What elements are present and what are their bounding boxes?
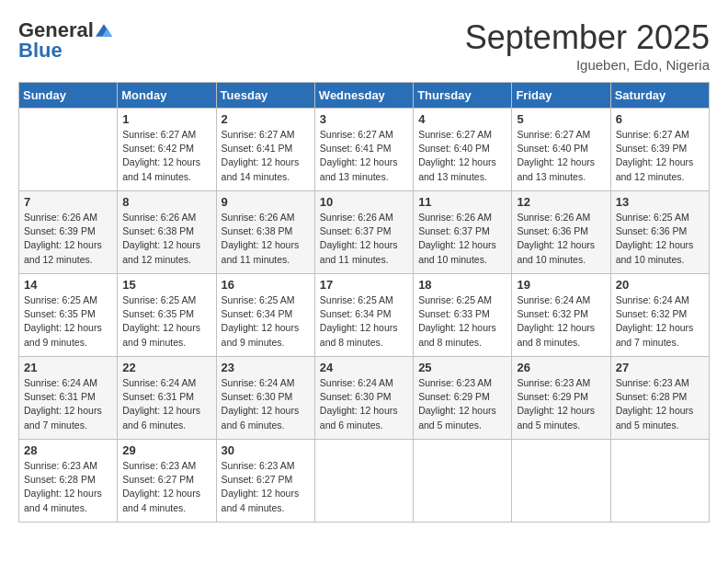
day-info: Sunrise: 6:26 AM Sunset: 6:36 PM Dayligh… [517,211,605,267]
calendar-cell: 5Sunrise: 6:27 AM Sunset: 6:40 PM Daylig… [512,109,610,191]
day-number: 28 [24,443,112,457]
day-number: 6 [616,112,704,126]
calendar-cell: 14Sunrise: 6:25 AM Sunset: 6:35 PM Dayli… [19,274,118,357]
calendar-week-row: 7Sunrise: 6:26 AM Sunset: 6:39 PM Daylig… [19,191,710,274]
logo-blue: Blue [18,39,63,63]
day-info: Sunrise: 6:23 AM Sunset: 6:28 PM Dayligh… [24,459,112,515]
location: Igueben, Edo, Nigeria [465,57,710,73]
calendar-cell: 2Sunrise: 6:27 AM Sunset: 6:41 PM Daylig… [216,109,314,191]
calendar-cell: 6Sunrise: 6:27 AM Sunset: 6:39 PM Daylig… [610,109,709,191]
calendar-cell [414,440,512,523]
day-info: Sunrise: 6:27 AM Sunset: 6:39 PM Dayligh… [616,128,704,184]
day-number: 8 [122,195,210,209]
day-info: Sunrise: 6:25 AM Sunset: 6:33 PM Dayligh… [418,293,506,350]
day-info: Sunrise: 6:23 AM Sunset: 6:27 PM Dayligh… [222,459,310,515]
day-info: Sunrise: 6:23 AM Sunset: 6:28 PM Dayligh… [616,376,704,432]
day-info: Sunrise: 6:24 AM Sunset: 6:32 PM Dayligh… [517,293,605,350]
day-number: 17 [320,278,408,292]
calendar-cell: 16Sunrise: 6:25 AM Sunset: 6:34 PM Dayli… [216,274,314,357]
weekday-header: Saturday [610,83,709,109]
day-info: Sunrise: 6:23 AM Sunset: 6:29 PM Dayligh… [517,376,605,432]
calendar-cell: 3Sunrise: 6:27 AM Sunset: 6:41 PM Daylig… [314,109,413,191]
day-number: 16 [222,278,310,292]
calendar-cell [512,440,610,523]
calendar-cell: 25Sunrise: 6:23 AM Sunset: 6:29 PM Dayli… [414,357,512,440]
day-number: 23 [222,361,310,374]
day-info: Sunrise: 6:26 AM Sunset: 6:38 PM Dayligh… [222,211,310,267]
day-number: 14 [24,278,112,292]
calendar-cell [314,440,413,523]
day-number: 26 [517,361,605,374]
day-number: 1 [122,112,210,126]
calendar-cell: 17Sunrise: 6:25 AM Sunset: 6:34 PM Dayli… [314,274,413,357]
day-info: Sunrise: 6:25 AM Sunset: 6:34 PM Dayligh… [222,293,310,350]
weekday-header-row: SundayMondayTuesdayWednesdayThursdayFrid… [19,83,710,109]
day-number: 15 [122,278,210,292]
day-number: 18 [418,278,506,292]
calendar-week-row: 1Sunrise: 6:27 AM Sunset: 6:42 PM Daylig… [19,109,710,191]
calendar-cell: 10Sunrise: 6:26 AM Sunset: 6:37 PM Dayli… [314,191,413,274]
day-number: 13 [616,195,704,209]
day-info: Sunrise: 6:26 AM Sunset: 6:37 PM Dayligh… [320,211,408,267]
day-info: Sunrise: 6:25 AM Sunset: 6:35 PM Dayligh… [24,293,112,350]
calendar-week-row: 14Sunrise: 6:25 AM Sunset: 6:35 PM Dayli… [19,274,710,357]
title-section: September 2025 Igueben, Edo, Nigeria [465,18,710,73]
logo-icon [96,24,112,37]
day-info: Sunrise: 6:24 AM Sunset: 6:31 PM Dayligh… [122,376,210,432]
day-info: Sunrise: 6:26 AM Sunset: 6:38 PM Dayligh… [122,211,210,267]
calendar-week-row: 28Sunrise: 6:23 AM Sunset: 6:28 PM Dayli… [19,440,710,523]
calendar-cell: 30Sunrise: 6:23 AM Sunset: 6:27 PM Dayli… [216,440,314,523]
day-number: 22 [122,361,210,374]
day-info: Sunrise: 6:27 AM Sunset: 6:42 PM Dayligh… [122,128,210,184]
calendar-cell: 18Sunrise: 6:25 AM Sunset: 6:33 PM Dayli… [414,274,512,357]
day-info: Sunrise: 6:27 AM Sunset: 6:41 PM Dayligh… [222,128,310,184]
calendar-cell: 29Sunrise: 6:23 AM Sunset: 6:27 PM Dayli… [118,440,216,523]
weekday-header: Sunday [19,83,118,109]
calendar-cell: 13Sunrise: 6:25 AM Sunset: 6:36 PM Dayli… [610,191,709,274]
day-info: Sunrise: 6:24 AM Sunset: 6:30 PM Dayligh… [320,376,408,432]
day-number: 11 [418,195,506,209]
weekday-header: Wednesday [314,83,413,109]
day-info: Sunrise: 6:26 AM Sunset: 6:39 PM Dayligh… [24,211,112,267]
calendar-cell: 26Sunrise: 6:23 AM Sunset: 6:29 PM Dayli… [512,357,610,440]
day-number: 5 [517,112,605,126]
calendar-table: SundayMondayTuesdayWednesdayThursdayFrid… [18,82,710,523]
weekday-header: Tuesday [216,83,314,109]
weekday-header: Thursday [414,83,512,109]
day-number: 4 [418,112,506,126]
day-number: 24 [320,361,408,374]
weekday-header: Monday [118,83,216,109]
day-info: Sunrise: 6:23 AM Sunset: 6:29 PM Dayligh… [418,376,506,432]
day-info: Sunrise: 6:23 AM Sunset: 6:27 PM Dayligh… [122,459,210,515]
calendar-cell: 9Sunrise: 6:26 AM Sunset: 6:38 PM Daylig… [216,191,314,274]
day-info: Sunrise: 6:27 AM Sunset: 6:40 PM Dayligh… [517,128,605,184]
calendar-cell: 19Sunrise: 6:24 AM Sunset: 6:32 PM Dayli… [512,274,610,357]
day-number: 30 [222,443,310,457]
calendar-cell: 8Sunrise: 6:26 AM Sunset: 6:38 PM Daylig… [118,191,216,274]
page-header: General Blue September 2025 Igueben, Edo… [18,18,710,73]
day-number: 21 [24,361,112,374]
day-number: 29 [122,443,210,457]
day-info: Sunrise: 6:25 AM Sunset: 6:36 PM Dayligh… [616,211,704,267]
calendar-cell: 11Sunrise: 6:26 AM Sunset: 6:37 PM Dayli… [414,191,512,274]
day-info: Sunrise: 6:26 AM Sunset: 6:37 PM Dayligh… [418,211,506,267]
day-info: Sunrise: 6:27 AM Sunset: 6:40 PM Dayligh… [418,128,506,184]
calendar-cell: 28Sunrise: 6:23 AM Sunset: 6:28 PM Dayli… [19,440,118,523]
calendar-cell: 7Sunrise: 6:26 AM Sunset: 6:39 PM Daylig… [19,191,118,274]
day-info: Sunrise: 6:24 AM Sunset: 6:32 PM Dayligh… [616,293,704,350]
logo: General Blue [18,18,112,63]
month-title: September 2025 [465,18,710,57]
calendar-cell: 20Sunrise: 6:24 AM Sunset: 6:32 PM Dayli… [610,274,709,357]
day-number: 19 [517,278,605,292]
day-number: 20 [616,278,704,292]
calendar-cell: 12Sunrise: 6:26 AM Sunset: 6:36 PM Dayli… [512,191,610,274]
day-number: 10 [320,195,408,209]
weekday-header: Friday [512,83,610,109]
calendar-cell: 15Sunrise: 6:25 AM Sunset: 6:35 PM Dayli… [118,274,216,357]
calendar-cell: 1Sunrise: 6:27 AM Sunset: 6:42 PM Daylig… [118,109,216,191]
calendar-cell: 24Sunrise: 6:24 AM Sunset: 6:30 PM Dayli… [314,357,413,440]
day-info: Sunrise: 6:25 AM Sunset: 6:34 PM Dayligh… [320,293,408,350]
calendar-cell [610,440,709,523]
calendar-cell: 4Sunrise: 6:27 AM Sunset: 6:40 PM Daylig… [414,109,512,191]
day-number: 2 [222,112,310,126]
